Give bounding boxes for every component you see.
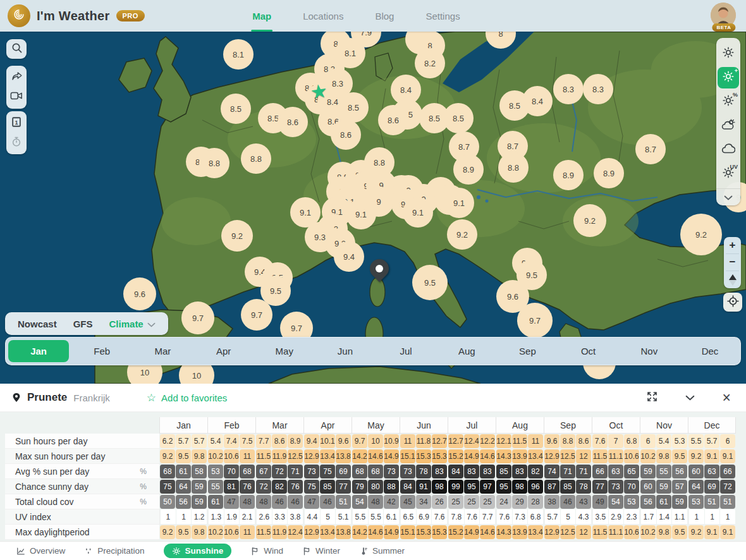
layer-sun-hours[interactable]: +: [718, 67, 739, 88]
month-jul[interactable]: Jul: [376, 338, 436, 365]
table-cell: 12.9: [304, 525, 319, 539]
month-feb[interactable]: Feb: [71, 338, 132, 365]
map-bubble[interactable]: 8.9: [594, 158, 624, 188]
map-bubble[interactable]: 8.8: [241, 143, 271, 174]
layer-sun-percent[interactable]: %: [718, 91, 739, 113]
locate-me-button[interactable]: [723, 293, 742, 312]
timer-button[interactable]: [6, 133, 27, 152]
map-bubble[interactable]: 9.7: [181, 301, 214, 334]
map-bubble[interactable]: 8.9: [553, 160, 584, 190]
tab-settings[interactable]: Settings: [424, 7, 461, 25]
table-cell: 28: [528, 495, 543, 509]
tab-summer[interactable]: Summer: [359, 546, 405, 556]
tab-precipitation[interactable]: Precipitation: [84, 546, 144, 556]
month-oct[interactable]: Oct: [558, 338, 619, 365]
map-bubble[interactable]: 8: [486, 32, 516, 49]
month-dec[interactable]: Dec: [680, 338, 740, 365]
map-bubble[interactable]: 8.3: [583, 74, 613, 104]
model-climate[interactable]: Climate: [109, 319, 156, 329]
table-cell: 7.8: [449, 509, 464, 525]
map-bubble[interactable]: 9.6: [123, 277, 156, 310]
map-bubble[interactable]: 8.9: [453, 154, 484, 185]
tab-blog[interactable]: Blog: [374, 7, 395, 25]
layer-uv[interactable]: UV: [718, 163, 739, 185]
layer-panel-collapse[interactable]: [716, 188, 740, 205]
month-cell-group: 777370: [592, 479, 640, 494]
month-jun[interactable]: Jun: [315, 338, 376, 365]
month-apr[interactable]: Apr: [193, 338, 254, 365]
tab-overview[interactable]: Overview: [16, 546, 65, 556]
tab-winter[interactable]: Winter: [302, 546, 340, 556]
table-cell: 9.1: [704, 525, 719, 539]
table-cell: 9.6: [336, 434, 351, 448]
table-cell: 76: [288, 480, 303, 494]
map-bubble[interactable]: 9.1: [403, 197, 433, 228]
tab-wind[interactable]: Wind: [250, 546, 283, 556]
table-cell: 9.2: [688, 449, 704, 463]
month-jan[interactable]: Jan: [8, 340, 69, 362]
layer-sun-temp[interactable]: [718, 43, 739, 64]
left-toolbar-search: [6, 39, 27, 59]
share-button[interactable]: [6, 68, 27, 87]
map-bubble[interactable]: 9.7: [517, 303, 553, 338]
model-nowcast[interactable]: Nowcast: [18, 319, 57, 329]
app-logo[interactable]: [8, 4, 30, 27]
map-bubble[interactable]: 9.2: [573, 204, 606, 237]
table-cell: 71: [560, 465, 575, 478]
map-bubble[interactable]: 9.7: [241, 299, 272, 331]
user-avatar[interactable]: BETA: [711, 3, 737, 32]
map-bubble[interactable]: 8.6: [278, 107, 308, 137]
map-bubble[interactable]: 9.2: [447, 219, 477, 250]
tab-map[interactable]: Map: [251, 7, 272, 25]
map-bubble[interactable]: 8.1: [223, 39, 254, 70]
map-bubble[interactable]: 8.8: [199, 148, 229, 178]
map-bubble[interactable]: 9.1: [444, 188, 474, 218]
expand-panel-button[interactable]: [647, 391, 657, 405]
tab-locations[interactable]: Locations: [302, 7, 345, 25]
map-bubble[interactable]: 9.1: [346, 199, 376, 229]
model-gfs[interactable]: GFS: [73, 319, 93, 329]
table-cell: 5.1: [336, 509, 351, 525]
month-sep[interactable]: Sep: [497, 338, 558, 365]
zoom-in-button[interactable]: +: [724, 237, 741, 253]
layer-cloud-sun[interactable]: [718, 115, 739, 137]
compass-north-button[interactable]: [724, 271, 741, 288]
table-cell: 7: [608, 434, 623, 448]
month-nov[interactable]: Nov: [619, 338, 680, 365]
month-aug[interactable]: Aug: [436, 338, 497, 365]
month-cell-group: 677271: [255, 464, 303, 479]
video-button[interactable]: [6, 87, 27, 107]
collapse-panel-button[interactable]: [685, 392, 695, 403]
layer-cloud[interactable]: [718, 139, 739, 161]
map-bubble[interactable]: 9.4: [334, 241, 364, 272]
tab-sunshine[interactable]: Sunshine: [164, 544, 232, 558]
close-panel-button[interactable]: ×: [723, 391, 731, 405]
map-bubble[interactable]: 8.6: [331, 119, 361, 150]
table-cell: 83: [464, 465, 479, 478]
row-unit: %: [140, 482, 147, 491]
month-may[interactable]: May: [254, 338, 315, 365]
map-bubble[interactable]: 8.8: [498, 152, 529, 183]
day-select-button[interactable]: 1: [6, 113, 27, 133]
table-cell: 68: [160, 465, 175, 478]
map-bubble[interactable]: 8.2: [415, 48, 445, 78]
map-bubble[interactable]: 9.2: [221, 220, 253, 252]
map-bubble[interactable]: 8.3: [553, 74, 584, 104]
share-icon: [11, 70, 23, 85]
map-bubble[interactable]: 8.6: [378, 105, 408, 135]
add-to-favorites-button[interactable]: ☆ Add to favorites: [147, 393, 227, 403]
map-bubble[interactable]: 8.5: [443, 103, 474, 133]
map-bubble[interactable]: 8.5: [221, 94, 251, 124]
search-button[interactable]: [6, 39, 27, 59]
month-cell-group: 959896: [496, 479, 544, 494]
row-label: Max sun hours per day: [5, 449, 159, 464]
zoom-out-button[interactable]: −: [724, 254, 741, 271]
month-cell-group: 10.29.89.5: [640, 449, 688, 464]
table-cell: 61: [208, 495, 223, 509]
map-bubble[interactable]: 8.7: [635, 134, 666, 164]
month-mar[interactable]: Mar: [132, 338, 193, 365]
map-bubble[interactable]: 9.2: [680, 214, 722, 255]
map-bubble[interactable]: 9.5: [412, 265, 448, 300]
climate-table[interactable]: JanFebMarAprMayJunJulAugSepOctNovDec Sun…: [5, 417, 736, 540]
map-bubble[interactable]: 8.5: [499, 90, 530, 121]
